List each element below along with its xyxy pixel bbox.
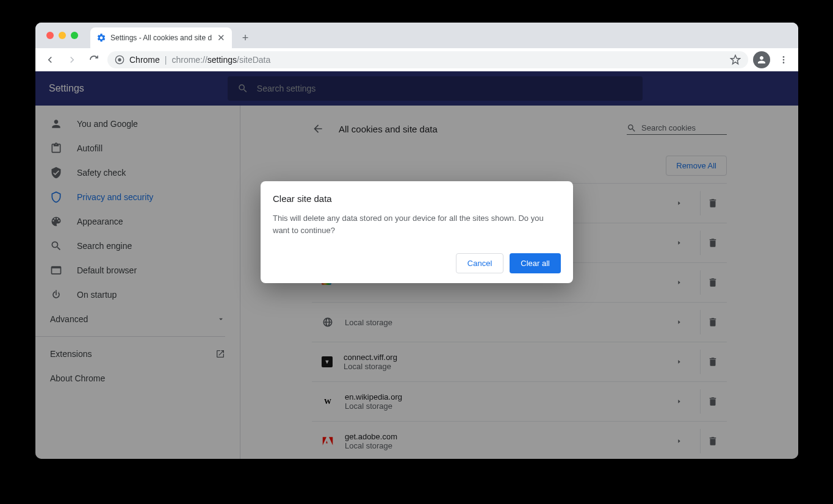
dialog-body: This will delete any data stored on your… [273, 212, 561, 236]
svg-point-3 [783, 59, 785, 60]
forward-button[interactable] [63, 51, 81, 68]
url-dim-prefix: chrome:// [171, 55, 207, 65]
profile-avatar-button[interactable] [753, 51, 770, 68]
chrome-icon [115, 55, 124, 65]
new-tab-button[interactable]: + [237, 29, 254, 46]
bookmark-star-icon[interactable] [730, 54, 741, 65]
window-controls [46, 32, 78, 39]
url-separator: | [165, 55, 167, 65]
browser-tab[interactable]: Settings - All cookies and site d ✕ [90, 27, 232, 48]
back-button[interactable] [41, 51, 59, 68]
tab-strip: Settings - All cookies and site d ✕ + [35, 23, 798, 48]
clear-all-button[interactable]: Clear all [510, 253, 561, 273]
kebab-menu-button[interactable] [775, 51, 792, 68]
url-scheme: Chrome [129, 55, 160, 65]
clear-site-data-dialog: Clear site data This will delete any dat… [261, 181, 573, 283]
url-tail: /siteData [237, 55, 270, 65]
close-tab-icon[interactable]: ✕ [216, 33, 226, 43]
cancel-button[interactable]: Cancel [456, 253, 503, 273]
close-window-button[interactable] [46, 32, 54, 39]
gear-icon [96, 33, 106, 43]
browser-toolbar: Chrome | chrome://settings/siteData [35, 48, 798, 71]
svg-point-4 [783, 62, 785, 63]
dialog-title: Clear site data [273, 193, 561, 204]
browser-window: Settings - All cookies and site d ✕ + Ch… [35, 23, 798, 459]
tab-title: Settings - All cookies and site d [110, 34, 212, 42]
reload-button[interactable] [85, 51, 103, 68]
svg-point-1 [118, 58, 121, 61]
url-mid: settings [207, 55, 237, 65]
svg-point-2 [783, 56, 785, 58]
minimize-window-button[interactable] [59, 32, 66, 39]
modal-overlay: Clear site data This will delete any dat… [35, 71, 798, 459]
maximize-window-button[interactable] [71, 32, 78, 39]
address-bar[interactable]: Chrome | chrome://settings/siteData [107, 51, 748, 68]
